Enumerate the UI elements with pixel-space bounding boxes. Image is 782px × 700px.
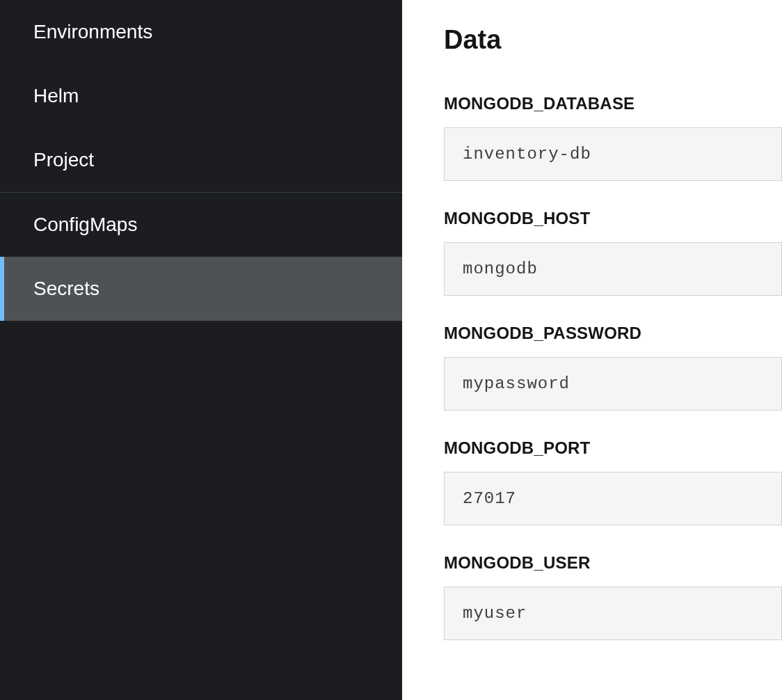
data-field-value: mongodb bbox=[444, 242, 782, 296]
data-field-key: MONGODB_DATABASE bbox=[444, 94, 782, 113]
sidebar-item-secrets[interactable]: Secrets bbox=[0, 257, 402, 321]
sidebar-item-project[interactable]: Project bbox=[0, 128, 402, 192]
data-field-key: MONGODB_USER bbox=[444, 553, 782, 573]
data-field-value: myuser bbox=[444, 587, 782, 640]
data-field: MONGODB_USER myuser bbox=[444, 553, 782, 640]
sidebar-item-label: Environments bbox=[33, 21, 152, 42]
data-field-value: mypassword bbox=[444, 357, 782, 411]
sidebar: Environments Helm Project ConfigMaps Sec… bbox=[0, 0, 402, 700]
main-content: Data MONGODB_DATABASE inventory-db MONGO… bbox=[402, 0, 782, 700]
sidebar-item-helm[interactable]: Helm bbox=[0, 64, 402, 128]
data-field-key: MONGODB_PASSWORD bbox=[444, 324, 782, 343]
sidebar-item-label: Secrets bbox=[33, 278, 99, 299]
data-field: MONGODB_DATABASE inventory-db bbox=[444, 94, 782, 181]
data-field: MONGODB_PORT 27017 bbox=[444, 438, 782, 525]
data-field-key: MONGODB_HOST bbox=[444, 209, 782, 228]
data-field-value: inventory-db bbox=[444, 127, 782, 181]
sidebar-item-label: Project bbox=[33, 149, 94, 170]
data-field: MONGODB_HOST mongodb bbox=[444, 209, 782, 296]
sidebar-item-environments[interactable]: Environments bbox=[0, 0, 402, 64]
sidebar-item-label: Helm bbox=[33, 85, 79, 106]
data-field-value: 27017 bbox=[444, 472, 782, 525]
data-field-key: MONGODB_PORT bbox=[444, 438, 782, 458]
sidebar-item-configmaps[interactable]: ConfigMaps bbox=[0, 192, 402, 257]
data-field: MONGODB_PASSWORD mypassword bbox=[444, 324, 782, 411]
section-heading: Data bbox=[444, 25, 782, 55]
sidebar-item-label: ConfigMaps bbox=[33, 214, 137, 235]
